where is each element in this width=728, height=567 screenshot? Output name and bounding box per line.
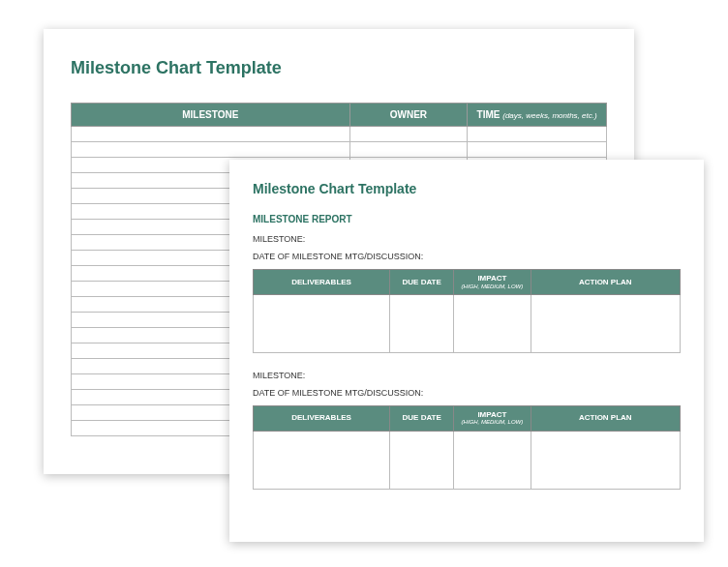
- template-page-front: Milestone Chart Template MILESTONE REPOR…: [229, 160, 704, 542]
- report-table: DELIVERABLES DUE DATE IMPACT (HIGH, MEDI…: [253, 269, 681, 353]
- table-row: [72, 142, 607, 158]
- table-row: [254, 431, 681, 489]
- header-impact: IMPACT (HIGH, MEDIUM, LOW): [454, 405, 531, 431]
- header-time: TIME (days, weeks, months, etc.): [468, 104, 607, 127]
- milestone-label: MILESTONE:: [253, 371, 681, 380]
- header-owner: OWNER: [349, 104, 468, 127]
- header-impact: IMPACT (HIGH, MEDIUM, LOW): [454, 270, 531, 295]
- header-action-plan: ACTION PLAN: [531, 270, 680, 295]
- section-heading: MILESTONE REPORT: [253, 214, 681, 224]
- header-due-date: DUE DATE: [390, 270, 454, 295]
- report-table: DELIVERABLES DUE DATE IMPACT (HIGH, MEDI…: [253, 405, 681, 490]
- date-label: DATE OF MILESTONE MTG/DISCUSSION:: [253, 252, 681, 261]
- header-deliverables: DELIVERABLES: [254, 270, 390, 295]
- header-action-plan: ACTION PLAN: [531, 405, 680, 431]
- page-title: Milestone Chart Template: [71, 58, 607, 78]
- page-title: Milestone Chart Template: [253, 181, 681, 196]
- milestone-label: MILESTONE:: [253, 234, 681, 244]
- header-deliverables: DELIVERABLES: [254, 405, 390, 431]
- table-row: [72, 127, 607, 142]
- header-due-date: DUE DATE: [390, 405, 454, 431]
- header-milestone: MILESTONE: [72, 104, 350, 127]
- date-label: DATE OF MILESTONE MTG/DISCUSSION:: [253, 388, 681, 398]
- table-row: [254, 294, 681, 352]
